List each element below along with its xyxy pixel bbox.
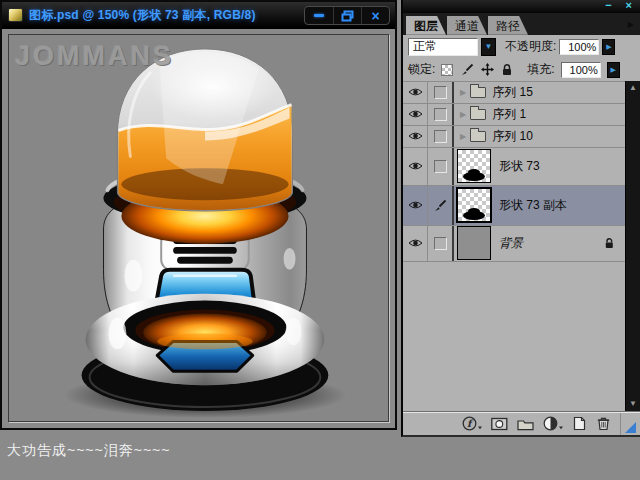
tab-channels[interactable]: 通道 [447, 16, 487, 35]
link-cell[interactable] [428, 104, 454, 125]
layer-name[interactable]: 序列 10 [492, 128, 533, 145]
scroll-up-icon[interactable]: ▲ [629, 83, 637, 93]
visibility-toggle[interactable] [403, 186, 428, 225]
scroll-down-icon[interactable]: ▼ [629, 399, 637, 409]
svg-text:f: f [467, 418, 474, 429]
eye-icon [408, 161, 423, 171]
link-box [434, 108, 447, 121]
layer-style-button[interactable]: f [462, 416, 482, 431]
new-layer-button[interactable] [572, 416, 587, 431]
link-box [434, 86, 447, 99]
trash-icon [596, 416, 611, 431]
document-window: 图标.psd @ 150% (形状 73 副本, RGB/8) × [0, 0, 397, 430]
link-cell[interactable] [428, 148, 454, 185]
layer-row-shape-73-copy[interactable]: 形状 73 副本 [403, 186, 625, 226]
collapse-arrow-icon[interactable]: ▶ [460, 132, 466, 141]
layer-name[interactable]: 形状 73 [499, 158, 540, 175]
layer-thumbnail[interactable] [457, 149, 491, 183]
layer-row-group-15[interactable]: ▶ 序列 15 [403, 82, 625, 104]
panel-menu-button[interactable]: ▶ [628, 20, 634, 29]
panel-bottom-bar: f [403, 411, 640, 435]
close-button[interactable]: × [361, 7, 389, 24]
opacity-field[interactable]: 100% [559, 39, 599, 55]
layer-row-shape-73[interactable]: 形状 73 [403, 148, 625, 186]
tab-layers[interactable]: 图层 [406, 16, 446, 35]
visibility-toggle[interactable] [403, 126, 428, 147]
layer-thumbnail[interactable] [457, 188, 491, 222]
fill-field[interactable]: 100% [561, 62, 601, 78]
visibility-toggle[interactable] [403, 226, 428, 261]
window-buttons: × [304, 6, 390, 25]
opacity-label: 不透明度: [505, 38, 556, 55]
restore-button[interactable] [333, 7, 361, 24]
visibility-toggle[interactable] [403, 104, 428, 125]
canvas-artwork [9, 35, 388, 421]
layer-row-group-10[interactable]: ▶ 序列 10 [403, 126, 625, 148]
link-box [434, 237, 447, 250]
eye-icon [408, 109, 423, 119]
eye-icon [408, 131, 423, 141]
canvas[interactable]: JOMMANS [8, 34, 389, 422]
new-group-button[interactable] [517, 417, 534, 431]
eye-icon [408, 87, 423, 97]
thumbnail-shape [463, 172, 485, 181]
layer-row-group-1[interactable]: ▶ 序列 1 [403, 104, 625, 126]
link-cell[interactable] [428, 226, 454, 261]
panel-resize-grip[interactable] [620, 413, 638, 435]
add-mask-button[interactable] [491, 417, 508, 431]
restore-icon [341, 10, 354, 22]
layer-style-fx-icon: f [462, 416, 482, 431]
layer-name[interactable]: 序列 15 [492, 84, 533, 101]
link-box [434, 160, 447, 173]
panel-minimize-button[interactable]: − [605, 1, 611, 12]
canvas-frame: JOMMANS [4, 30, 393, 426]
editing-brush-icon [433, 199, 447, 212]
folder-icon [470, 87, 486, 98]
layer-name[interactable]: 背景 [499, 235, 523, 252]
layers-panel-window: − × 图层 通道 路径 ▶ 正常 ▼ 不透明度: 100% ▶ 锁定: [401, 0, 640, 437]
layer-list-empty-area [403, 262, 625, 411]
folder-icon [470, 109, 486, 120]
adjustment-layer-button[interactable] [543, 416, 563, 431]
new-layer-icon [572, 416, 587, 431]
watermark-text: JOMMANS [15, 41, 174, 72]
status-text: 大功告成~~~~泪奔~~~~ [7, 442, 170, 460]
layer-list: ▶ 序列 15 ▶ 序列 1 [403, 81, 625, 411]
link-cell[interactable] [428, 186, 454, 225]
blend-mode-select[interactable]: 正常 [408, 38, 478, 56]
link-cell[interactable] [428, 82, 454, 103]
panel-tab-bar: 图层 通道 路径 ▶ [403, 13, 640, 35]
blend-mode-row: 正常 ▼ 不透明度: 100% ▶ [403, 35, 640, 59]
new-group-folder-icon [517, 417, 534, 431]
lock-label: 锁定: [408, 61, 435, 78]
lock-all-icon[interactable] [501, 63, 513, 76]
eye-icon [408, 238, 423, 248]
collapse-arrow-icon[interactable]: ▶ [460, 88, 466, 97]
document-titlebar[interactable]: 图标.psd @ 150% (形状 73 副本, RGB/8) × [2, 2, 395, 29]
blend-mode-dropdown-icon[interactable]: ▼ [481, 38, 496, 56]
visibility-toggle[interactable] [403, 148, 428, 185]
resize-grip-icon [625, 422, 636, 433]
link-box [434, 130, 447, 143]
layer-name[interactable]: 序列 1 [492, 106, 526, 123]
opacity-stepper-icon[interactable]: ▶ [602, 39, 615, 55]
layer-thumbnail[interactable] [457, 226, 491, 260]
layer-name[interactable]: 形状 73 副本 [499, 197, 567, 214]
link-cell[interactable] [428, 126, 454, 147]
fill-stepper-icon[interactable]: ▶ [607, 62, 620, 78]
fill-label: 填充: [527, 61, 554, 78]
panel-titlebar[interactable]: − × [403, 0, 640, 13]
layer-mask-icon [491, 417, 508, 431]
lock-position-move-icon[interactable] [481, 63, 494, 76]
locked-icon [604, 237, 615, 249]
visibility-toggle[interactable] [403, 82, 428, 103]
layers-scrollbar[interactable]: ▲ ▼ [625, 81, 640, 411]
delete-layer-button[interactable] [596, 416, 611, 431]
layer-row-background[interactable]: 背景 [403, 226, 625, 262]
panel-close-button[interactable]: × [626, 1, 632, 12]
lock-pixels-brush-icon[interactable] [460, 63, 474, 76]
collapse-arrow-icon[interactable]: ▶ [460, 110, 466, 119]
minimize-button[interactable] [305, 7, 333, 24]
lock-transparency-icon[interactable] [441, 64, 453, 76]
tab-paths[interactable]: 路径 [488, 16, 528, 35]
